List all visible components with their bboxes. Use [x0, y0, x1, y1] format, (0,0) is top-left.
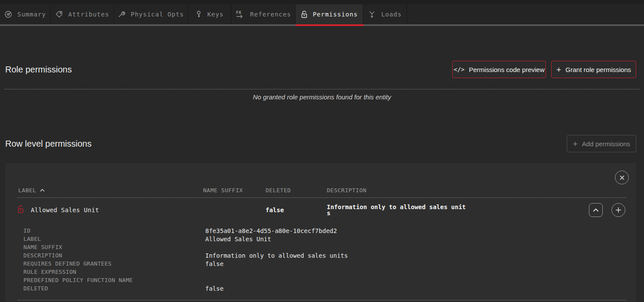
tab-attributes[interactable]: Attributes	[51, 4, 114, 24]
add-permissions-button[interactable]: + Add permissions	[567, 135, 636, 152]
permissions-code-preview-button[interactable]: </> Permissions code preview	[452, 61, 546, 78]
lock-icon	[301, 10, 308, 19]
role-permissions-separator	[4, 89, 640, 89]
tab-label: Physical Opts	[131, 11, 184, 18]
tab-references[interactable]: FK References	[231, 4, 296, 24]
tab-loads[interactable]: Loads	[363, 4, 407, 24]
row-bottom-separator	[17, 300, 627, 300]
detail-row-label: LABELAllowed Sales Unit	[23, 235, 348, 243]
code-icon: </>	[453, 66, 464, 73]
plus-icon: +	[556, 66, 561, 74]
row-level-permissions-title: Row level permissions	[5, 139, 92, 149]
add-row-entry-button[interactable]	[611, 203, 625, 217]
tag-icon	[55, 10, 63, 18]
window-top-strip	[0, 0, 644, 4]
active-tab-underline	[296, 24, 364, 26]
plus-icon: +	[573, 140, 578, 148]
tab-label: Permissions	[313, 11, 358, 18]
wrench-icon	[118, 10, 125, 18]
role-permissions-title: Role permissions	[5, 65, 72, 75]
button-label: Permissions code preview	[469, 66, 545, 73]
tab-label: Loads	[381, 11, 401, 18]
empty-role-permissions-message: No granted role permissions found for th…	[0, 93, 644, 101]
detail-row-description: DESCRIPTIONInformation only to allowed s…	[23, 251, 348, 259]
table-header-row: LABEL NAME SUFFIX DELETED DESCRIPTION	[5, 187, 636, 194]
tab-keys[interactable]: Keys	[188, 4, 231, 24]
detail-row-name-suffix: NAME SUFFIX	[23, 243, 348, 251]
tab-label: Summary	[17, 11, 46, 18]
column-header-label[interactable]: LABEL	[18, 187, 45, 194]
row-lock-icon	[17, 205, 24, 214]
merge-icon	[368, 10, 376, 18]
table-header-separator	[17, 197, 627, 198]
detail-row-id: ID8fe35a01-a8e2-4d55-a80e-10cecf7bded2	[23, 226, 348, 235]
entity-tab-bar: Summary Attributes Physical Opts Keys FK	[0, 4, 644, 24]
detail-row-requires-defined-grantees: REQUIRES DEFINED GRANTEESfalse	[23, 259, 348, 268]
row-level-permissions-panel: LABEL NAME SUFFIX DELETED DESCRIPTION Al…	[5, 163, 636, 302]
tab-permissions[interactable]: Permissions	[296, 4, 363, 24]
column-header-name-suffix[interactable]: NAME SUFFIX	[203, 187, 243, 194]
row-details: ID8fe35a01-a8e2-4d55-a80e-10cecf7bded2 L…	[23, 226, 348, 292]
tab-bar-filler	[407, 4, 644, 24]
detail-row-rule-expression: RULE EXPRESSION	[23, 268, 348, 276]
close-icon	[619, 175, 625, 181]
row-label: Allowed Sales Unit	[31, 207, 99, 213]
fk-arrow-icon: FK	[235, 10, 245, 19]
detail-row-deleted: DELETEDfalse	[23, 284, 348, 292]
target-icon	[4, 10, 12, 18]
close-panel-button[interactable]	[615, 171, 629, 184]
column-header-deleted[interactable]: DELETED	[266, 187, 291, 194]
svg-text:FK: FK	[236, 10, 242, 15]
key-icon	[195, 10, 202, 18]
detail-row-predefined-policy-function-name: PREDEFINED POLICY FUNCTION NAME	[23, 276, 348, 284]
column-header-description[interactable]: DESCRIPTION	[327, 187, 367, 194]
tab-summary[interactable]: Summary	[0, 4, 51, 24]
sort-asc-icon	[40, 189, 45, 192]
plus-icon	[615, 207, 621, 213]
tab-label: Attributes	[68, 11, 109, 18]
chevron-up-icon	[593, 208, 599, 212]
button-label: Grant role permissions	[565, 66, 631, 73]
tab-label: References	[250, 11, 291, 18]
collapse-row-button[interactable]	[589, 203, 603, 217]
row-deleted-value: false	[266, 207, 284, 213]
tab-label: Keys	[207, 11, 224, 18]
button-label: Add permissions	[582, 140, 630, 148]
grant-role-permissions-button[interactable]: + Grant role permissions	[551, 61, 636, 78]
tab-physical-opts[interactable]: Physical Opts	[114, 4, 188, 24]
row-description-value: Information only to allowed sales units	[327, 204, 468, 216]
